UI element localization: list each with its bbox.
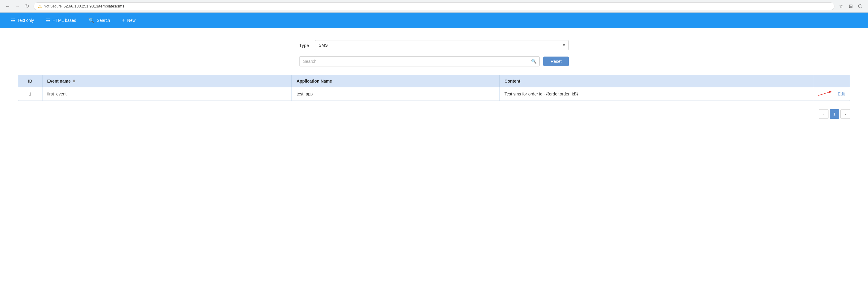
cell-content: Test sms for order id - {{order.order_id… <box>500 88 814 101</box>
nav-item-html-based[interactable]: ☷ HTML based <box>40 12 82 28</box>
col-header-event-name[interactable]: Event name ⇅ <box>42 75 292 88</box>
search-nav-icon: 🔍 <box>88 18 94 23</box>
edit-arrow-svg <box>817 90 835 98</box>
search-icon: 🔍 <box>531 59 537 64</box>
cell-id: 1 <box>18 88 42 101</box>
type-select[interactable]: SMS Email Push <box>315 40 569 50</box>
next-page-button[interactable]: › <box>840 109 850 119</box>
cell-actions: Edit <box>814 88 850 101</box>
table-header-row: ID Event name ⇅ Application Name Content <box>18 75 850 88</box>
type-label: Type <box>299 43 311 48</box>
type-select-wrapper: SMS Email Push ▼ <box>315 40 569 50</box>
col-header-application-name: Application Name <box>292 75 500 88</box>
forward-button[interactable]: → <box>13 2 22 10</box>
back-button[interactable]: ← <box>4 2 12 10</box>
edit-link[interactable]: Edit <box>838 92 845 96</box>
browser-toolbar: ☆ ⊞ ⬡ <box>837 2 864 10</box>
reset-button[interactable]: Reset <box>543 57 569 66</box>
svg-line-0 <box>818 92 830 96</box>
browser-chrome: ← → ↻ ⚠ Not Secure 52.66.130.251:9813/te… <box>0 0 868 12</box>
cell-application-name: test_app <box>292 88 500 101</box>
extensions-button[interactable]: ⬡ <box>856 2 864 10</box>
nav-label-html-based: HTML based <box>53 18 76 23</box>
main-content: Type SMS Email Push ▼ 🔍 Reset ID <box>0 28 868 133</box>
col-header-actions <box>814 75 850 88</box>
search-input[interactable] <box>299 56 540 66</box>
sort-icon: ⇅ <box>72 79 75 83</box>
cell-event-name: first_event <box>42 88 292 101</box>
security-warning-icon: ⚠ <box>38 4 42 9</box>
col-header-content: Content <box>500 75 814 88</box>
col-header-id: ID <box>18 75 42 88</box>
page-1-button[interactable]: 1 <box>830 109 839 119</box>
security-label: Not Secure <box>44 4 62 8</box>
new-icon: + <box>122 18 125 23</box>
data-table: ID Event name ⇅ Application Name Content <box>18 75 850 101</box>
html-based-icon: ☷ <box>46 18 50 23</box>
app-header: ☷ Text only ☷ HTML based 🔍 Search + New <box>0 12 868 28</box>
search-row: 🔍 Reset <box>299 56 569 66</box>
reload-button[interactable]: ↻ <box>23 2 31 10</box>
table-row: 1 first_event test_app Test sms for orde… <box>18 88 850 101</box>
url-text: 52.66.130.251:9813/templates/sms <box>63 4 124 8</box>
address-bar[interactable]: ⚠ Not Secure 52.66.130.251:9813/template… <box>34 2 834 10</box>
search-input-wrapper: 🔍 <box>299 56 540 66</box>
text-only-icon: ☷ <box>11 18 15 23</box>
nav-label-text-only: Text only <box>18 18 34 23</box>
pagination: ‹ 1 › <box>18 107 850 121</box>
bookmark-button[interactable]: ☆ <box>837 2 845 10</box>
qr-button[interactable]: ⊞ <box>846 2 855 10</box>
prev-page-button[interactable]: ‹ <box>819 109 829 119</box>
nav-item-search[interactable]: 🔍 Search <box>82 12 116 28</box>
browser-nav-buttons: ← → ↻ <box>4 2 31 10</box>
nav-item-text-only[interactable]: ☷ Text only <box>5 12 40 28</box>
nav-item-new[interactable]: + New <box>116 12 142 28</box>
nav-label-search: Search <box>97 18 110 23</box>
filter-row: Type SMS Email Push ▼ <box>299 40 569 50</box>
nav-label-new: New <box>127 18 136 23</box>
